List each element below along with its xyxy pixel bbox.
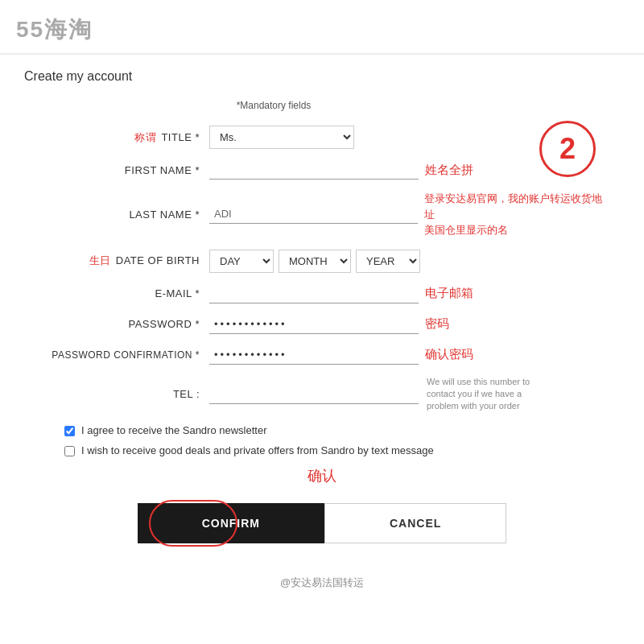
confirm-annotation: 确认: [32, 466, 612, 485]
lastname-input[interactable]: [209, 204, 418, 224]
step-number-circle: 2: [539, 121, 596, 177]
dob-selects: DAY MONTH YEAR: [209, 250, 420, 273]
password-input[interactable]: [209, 315, 419, 334]
sms-checkbox[interactable]: [64, 446, 75, 456]
confirm-button[interactable]: CONFIRM: [138, 503, 324, 543]
firstname-annotation: 姓名全拼: [425, 163, 473, 178]
password-confirm-annotation: 确认密码: [425, 347, 473, 362]
lastname-row: LAST NAME * 登录安达易官网，我的账户转运收货地址 美国仓里显示的名: [32, 191, 612, 238]
page-title: Create my account: [0, 55, 644, 92]
title-en-label: TITLE *: [161, 131, 200, 143]
cancel-button[interactable]: CANCEL: [324, 503, 506, 543]
password-confirm-input[interactable]: [209, 345, 419, 365]
lastname-label: LAST NAME *: [32, 208, 209, 221]
lastname-annotation: 登录安达易官网，我的账户转运收货地址 美国仓里显示的名: [424, 191, 612, 238]
title-row: 称谓 TITLE * Ms. Mr. Mrs.: [32, 126, 612, 149]
dob-row: 生日 DATE OF BIRTH DAY MONTH YEAR: [32, 250, 612, 273]
dob-month-select[interactable]: MONTH: [279, 250, 351, 273]
newsletter-checkbox[interactable]: [64, 426, 75, 436]
title-chinese: 称谓: [134, 131, 156, 143]
tel-helper: We will use this number to contact you i…: [427, 376, 555, 413]
email-input[interactable]: [209, 284, 419, 303]
buttons-row: CONFIRM CANCEL: [32, 503, 612, 543]
email-row: E-MAIL * 电子邮箱: [32, 284, 612, 303]
password-annotation: 密码: [425, 316, 449, 332]
tel-input[interactable]: [209, 385, 419, 404]
dob-label: 生日 DATE OF BIRTH: [32, 254, 209, 268]
firstname-input[interactable]: [209, 160, 419, 180]
title-label: 称谓 TITLE *: [32, 130, 209, 145]
firstname-row: FIRST NAME * 姓名全拼: [32, 160, 612, 180]
sms-checkbox-row: I wish to receive good deals and private…: [64, 444, 612, 456]
password-confirm-label: PASSWORD CONFIRMATION *: [32, 349, 209, 361]
newsletter-checkbox-row: I agree to receive the Sandro newsletter: [64, 424, 612, 436]
newsletter-checkbox-label: I agree to receive the Sandro newsletter: [81, 424, 267, 436]
header: 55海淘: [0, 0, 644, 54]
dob-en-label: DATE OF BIRTH: [116, 254, 200, 266]
footer: @安达易法国转运: [0, 576, 644, 601]
title-select[interactable]: Ms. Mr. Mrs.: [209, 126, 354, 149]
tel-row: TEL : We will use this number to contact…: [32, 376, 612, 413]
sms-checkbox-label: I wish to receive good deals and private…: [81, 444, 434, 456]
email-annotation: 电子邮箱: [425, 286, 473, 301]
email-label: E-MAIL *: [32, 287, 209, 299]
firstname-label: FIRST NAME *: [32, 164, 209, 176]
tel-label: TEL :: [32, 388, 209, 400]
dob-chinese: 生日: [89, 254, 111, 266]
dob-year-select[interactable]: YEAR: [356, 250, 420, 273]
mandatory-note: *Mandatory fields: [32, 100, 515, 111]
dob-day-select[interactable]: DAY: [209, 250, 274, 273]
password-confirm-row: PASSWORD CONFIRMATION * 确认密码: [32, 345, 612, 365]
password-label: PASSWORD *: [32, 318, 209, 330]
password-row: PASSWORD * 密码: [32, 315, 612, 334]
logo: 55海淘: [16, 17, 93, 42]
